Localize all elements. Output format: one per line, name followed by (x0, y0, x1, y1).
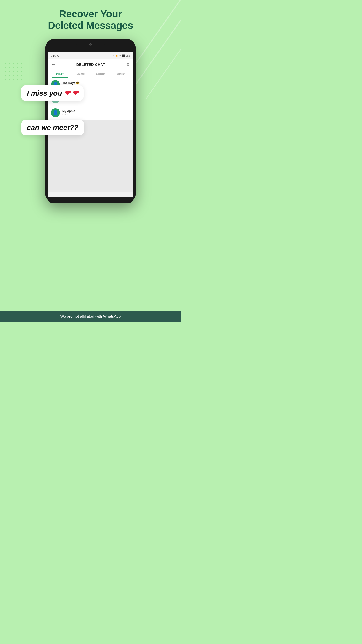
phone-camera (89, 44, 92, 46)
chat-preview-3: Did b... (62, 113, 130, 116)
wifi-icon: 📶 (116, 54, 118, 57)
bubble1-text-before: I miss you (27, 89, 64, 97)
tab-audio[interactable]: AUDIO (91, 70, 111, 78)
bubble1-hearts: ❤ ❤ (64, 89, 78, 97)
tab-video[interactable]: VIDEO (111, 70, 131, 78)
avatar-3: 👤 (51, 108, 60, 117)
bluetooth-icon: ✦ (113, 54, 115, 57)
status-bar: 2:00 ⊕ ✦ 📶 Yo ▊▊ 56% (48, 52, 133, 59)
phone-bottom-bezel (48, 198, 133, 203)
headline-line2: Deleted Messages (48, 20, 133, 31)
chat-name-3: My Apple (62, 110, 130, 113)
headline: Recover Your Deleted Messages (39, 8, 142, 32)
phone-area: I miss you ❤ ❤ can we meet?? 2:00 ⊕ ✦ (29, 39, 152, 322)
tab-image[interactable]: IMAGE (70, 70, 91, 78)
app-header: ← DELETED CHAT ⚙ (48, 59, 133, 70)
phone-top-bar (48, 42, 133, 52)
chat-item-3[interactable]: 👤 My Apple Did b... (48, 106, 133, 120)
app-title: DELETED CHAT (76, 62, 105, 66)
back-button[interactable]: ← (51, 62, 56, 67)
tab-chat[interactable]: CHAT (50, 70, 70, 78)
chat-info-3: My Apple Did b... (62, 110, 130, 116)
status-icons: ✦ 📶 Yo ▊▊ 56% (113, 54, 130, 57)
message-bubble-1: I miss you ❤ ❤ (21, 85, 84, 101)
avatar-person-icon-3: 👤 (53, 110, 59, 115)
battery-text: 56% (126, 54, 130, 57)
headline-line1: Recover Your (59, 8, 122, 20)
settings-icon[interactable]: ⚙ (126, 62, 130, 67)
signal-bars-icon: ▊▊ (122, 54, 125, 57)
chat-name-1: The Boys 😎 (62, 81, 130, 85)
signal-label: Yo (119, 54, 121, 57)
page-container: Recover Your Deleted Messages I miss you… (0, 0, 181, 322)
message-bubble-2: can we meet?? (21, 120, 84, 136)
tabs-bar: CHAT IMAGE AUDIO VIDEO (48, 70, 133, 78)
whatsapp-icon: ⊕ (57, 54, 59, 57)
status-time: 2:00 (51, 54, 56, 57)
bubble2-text: can we meet?? (27, 124, 78, 132)
phone-notch (76, 42, 105, 47)
